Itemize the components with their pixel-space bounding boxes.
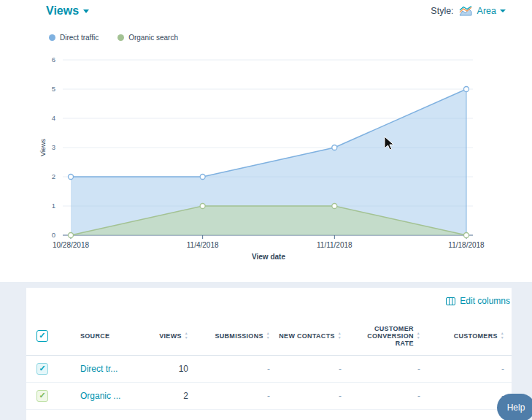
y-tick-label: 2 (52, 172, 55, 180)
column-header-label: CUSTOMER CONVERSION RATE (349, 325, 414, 347)
x-tick-label: 11/4/2018 (187, 241, 219, 249)
column-header-customer-conversion-rate[interactable]: CUSTOMER CONVERSION RATE▲▼ (349, 317, 428, 355)
legend-item[interactable]: Direct traffic (49, 34, 99, 42)
cell-new-contacts: - (277, 382, 349, 409)
legend-label: Direct traffic (60, 34, 99, 42)
sort-arrows-icon[interactable]: ▲▼ (266, 332, 270, 340)
table-toolbar: Edit columns (26, 288, 512, 317)
area-chart-icon (459, 6, 472, 16)
style-dropdown[interactable]: Area (477, 6, 506, 16)
data-point-marker[interactable] (332, 145, 337, 150)
cell-source: Direct tr... (60, 355, 147, 382)
row-checkbox[interactable]: ✓ (36, 363, 48, 375)
table-body: ✓Direct tr...10----✓Organic ...2---- (26, 355, 512, 409)
sources-table: ✓SOURCEVIEWS▲▼SUBMISSIONS▲▼NEW CONTACTS▲… (26, 317, 512, 410)
data-point-marker[interactable] (464, 233, 469, 238)
style-label: Style: (431, 6, 453, 16)
column-header-submissions[interactable]: SUBMISSIONS▲▼ (196, 317, 277, 355)
column-header-customers[interactable]: CUSTOMERS▲▼ (428, 317, 512, 355)
sort-arrows-icon[interactable]: ▲▼ (338, 332, 342, 340)
column-header-label: SUBMISSIONS (215, 332, 263, 340)
table-row: ✓Organic ...2---- (26, 382, 512, 409)
data-point-marker[interactable] (69, 233, 74, 238)
column-header-new-contacts[interactable]: NEW CONTACTS▲▼ (277, 317, 349, 355)
cell-customer-conversion-rate: - (349, 382, 428, 409)
style-value: Area (477, 6, 496, 16)
chart-area: 012345610/28/201811/4/201811/11/201811/1… (36, 51, 509, 273)
y-tick-label: 5 (52, 85, 55, 93)
x-tick-label: 11/11/2018 (317, 241, 352, 249)
sort-arrows-icon[interactable]: ▲▼ (417, 332, 420, 340)
row-checkbox-cell: ✓ (26, 382, 60, 409)
data-point-marker[interactable] (200, 204, 205, 209)
legend-label: Organic search (128, 34, 178, 42)
row-checkbox[interactable]: ✓ (36, 390, 48, 402)
data-point-marker[interactable] (69, 175, 74, 180)
report-title-dropdown[interactable]: Views (46, 4, 89, 18)
data-point-marker[interactable] (464, 87, 469, 92)
style-selector-group: Style: Area (431, 6, 506, 16)
sort-arrows-icon[interactable]: ▲▼ (185, 332, 188, 340)
column-header-views[interactable]: VIEWS▲▼ (147, 317, 196, 355)
legend-dot-icon (49, 34, 55, 41)
cell-new-contacts: - (277, 355, 349, 382)
cell-customer-conversion-rate: - (349, 355, 428, 382)
table-columns-icon (446, 297, 455, 305)
source-link[interactable]: Organic ... (80, 391, 120, 401)
row-checkbox-cell: ✓ (26, 355, 60, 382)
select-all-header-cell: ✓ (26, 317, 60, 355)
x-tick-label: 11/18/2018 (448, 241, 485, 249)
page-title: Views (46, 4, 79, 18)
mouse-pointer-icon (383, 136, 398, 152)
chevron-down-icon (500, 9, 506, 12)
y-tick-label: 6 (52, 56, 55, 64)
y-tick-label: 0 (52, 231, 55, 239)
column-header-label: CUSTOMERS (454, 332, 498, 340)
column-header-source[interactable]: SOURCE (60, 317, 147, 355)
cell-submissions: - (196, 355, 277, 382)
y-tick-label: 4 (52, 114, 55, 122)
legend-dot-icon (117, 34, 124, 41)
cell-views: 2 (147, 382, 196, 409)
x-axis-title: View date (252, 253, 285, 261)
views-chart: 012345610/28/201811/4/201811/11/201811/1… (36, 51, 509, 270)
chevron-down-icon (83, 9, 89, 13)
table-head: ✓SOURCEVIEWS▲▼SUBMISSIONS▲▼NEW CONTACTS▲… (26, 317, 512, 355)
edit-columns-button[interactable]: Edit columns (446, 296, 510, 306)
cell-submissions: - (196, 382, 277, 409)
sort-arrows-icon[interactable]: ▲▼ (501, 332, 504, 340)
x-tick-label: 10/28/2018 (53, 241, 89, 249)
column-header-label: NEW CONTACTS (279, 332, 334, 340)
edit-columns-label: Edit columns (460, 296, 510, 306)
source-link[interactable]: Direct tr... (80, 364, 117, 374)
cell-source: Organic ... (60, 382, 147, 409)
table-row: ✓Direct tr...10---- (26, 355, 512, 382)
select-all-checkbox[interactable]: ✓ (36, 330, 48, 342)
column-header-label: SOURCE (80, 332, 109, 340)
chart-legend: Direct trafficOrganic search (49, 34, 178, 42)
cell-views: 10 (147, 355, 196, 382)
y-tick-label: 3 (52, 143, 55, 151)
data-point-marker[interactable] (332, 204, 337, 209)
y-axis-title: Views (39, 139, 47, 156)
sources-table-card: Edit columns ✓SOURCEVIEWS▲▼SUBMISSIONS▲▼… (26, 288, 512, 420)
legend-item[interactable]: Organic search (117, 34, 178, 42)
y-tick-label: 1 (52, 202, 55, 210)
column-header-label: VIEWS (159, 332, 182, 340)
data-point-marker[interactable] (200, 175, 205, 180)
cell-customers: - (428, 355, 512, 382)
help-button[interactable]: Help (497, 394, 532, 420)
table-header-row: ✓SOURCEVIEWS▲▼SUBMISSIONS▲▼NEW CONTACTS▲… (26, 317, 512, 355)
